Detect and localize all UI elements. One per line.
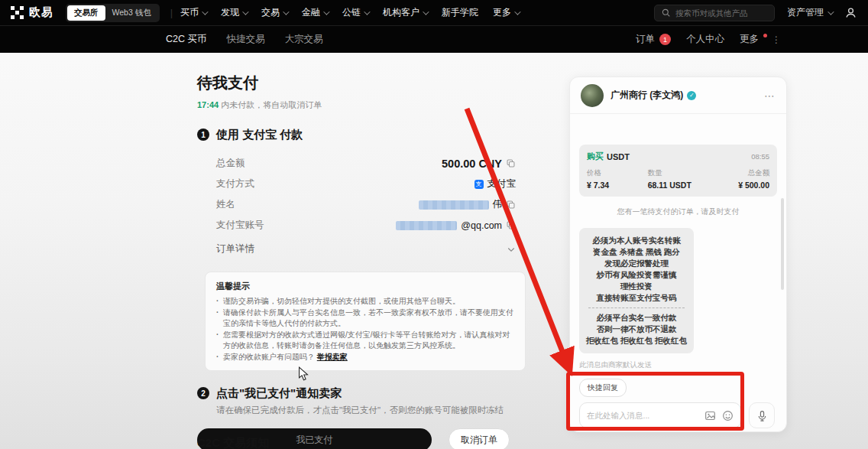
toggle-exchange[interactable]: 交易所 — [67, 5, 105, 21]
message-line: 直接转账至支付宝号码 — [584, 292, 689, 304]
chat-scrollbar[interactable] — [781, 198, 784, 290]
redacted-account — [396, 221, 457, 230]
vertical-dots-icon: ⋮ — [772, 34, 781, 45]
menu-chain[interactable]: 公链 — [342, 6, 368, 19]
search-box[interactable] — [654, 5, 775, 21]
chevron-down-icon — [423, 8, 429, 15]
toggle-web3-wallet[interactable]: Web3 钱包 — [105, 5, 158, 21]
redacted-name — [419, 200, 489, 210]
menu-trade[interactable]: 交易 — [261, 6, 287, 19]
voice-message-button[interactable] — [749, 402, 775, 428]
order-price: 价格 ¥ 7.34 — [587, 168, 648, 190]
message-input[interactable] — [587, 411, 698, 420]
step2-number: 2 — [197, 387, 209, 399]
chevron-down-icon — [202, 8, 208, 15]
chat-more-button[interactable]: ⋯ — [764, 89, 776, 102]
menu-discover[interactable]: 发现 — [221, 6, 247, 19]
orders-link[interactable]: 订单 1 — [636, 33, 671, 46]
message-line: 理性投资 — [584, 281, 689, 292]
tip-item-report: 卖家的收款账户有问题吗？ 举报卖家 — [216, 352, 514, 363]
chat-messages: 购买 USDT 08:55 价格 ¥ 7.34 数量 68.11 USDT 总金… — [570, 114, 786, 374]
notification-dot — [763, 34, 767, 37]
message-input-box[interactable] — [579, 402, 741, 428]
image-icon[interactable] — [704, 410, 716, 421]
system-message: 您有一笔待支付的订单，请及时支付 — [579, 207, 777, 217]
payment-method-row: 支付方式 支 支付宝 — [216, 174, 516, 194]
chevron-down-icon — [323, 8, 329, 15]
microphone-icon — [756, 410, 768, 421]
okx-logo-icon — [11, 6, 24, 19]
account-suffix: @qq.com — [461, 220, 502, 231]
subnav-tabs: C2C 买币 快捷交易 大宗交易 — [166, 33, 322, 46]
copy-icon[interactable] — [506, 158, 516, 168]
chat-panel: 广州商行 (李文鸿) ✓ ⋯ 购买 USDT 08:55 价格 ¥ 7.34 — [569, 76, 787, 432]
name-suffix: 伟 — [493, 198, 503, 211]
merchant-avatar — [581, 84, 604, 107]
chat-footer: 快捷回复 — [570, 374, 786, 428]
message-line: 发现必定报警处理 — [584, 258, 689, 269]
okx-c2c-payment-page: 欧易 交易所 Web3 钱包 | 买币 发现 交易 金融 公链 机构客户 新手学… — [0, 0, 868, 449]
step1-title: 使用 支付宝 付款 — [216, 128, 303, 142]
step2-subtitle: 请在确保已完成付款后，才点击"我已支付"，否则您的账号可能被限时冻结 — [216, 405, 527, 416]
tip-item: 谨防交易诈骗，切勿轻信对方提供的支付截图，或使用其他平台聊天。 — [216, 296, 514, 307]
main-menu: 买币 发现 交易 金融 公链 机构客户 新手学院 更多 — [180, 6, 519, 19]
message-line: 拒收红包 拒收红包 拒收红包 — [584, 335, 689, 347]
profile-center-link[interactable]: 个人中心 — [686, 33, 724, 46]
subnav-right: 订单 1 个人中心 更多 ⋮ — [636, 33, 781, 46]
tab-block-trade[interactable]: 大宗交易 — [284, 33, 322, 46]
okx-logo[interactable]: 欧易 — [11, 5, 53, 20]
verified-badge-icon: ✓ — [687, 91, 696, 100]
tips-title: 温馨提示 — [216, 281, 514, 292]
step2-title: 点击"我已支付"通知卖家 — [216, 386, 342, 401]
tab-express-trade[interactable]: 快捷交易 — [226, 33, 264, 46]
c2c-sub-nav: C2C 买币 快捷交易 大宗交易 订单 1 个人中心 更多 ⋮ — [0, 25, 868, 53]
tab-c2c-buy[interactable]: C2C 买币 — [166, 33, 206, 46]
order-time: 08:55 — [751, 152, 769, 161]
search-input[interactable] — [675, 8, 767, 18]
merchant-message-bubble: 必须为本人账号实名转账 资金盘 杀猪盘 黑钱 跑分 发现必定报警处理 炒币有风险… — [579, 228, 694, 353]
order-details-toggle[interactable]: 订单详情 — [216, 239, 516, 259]
emoji-icon[interactable] — [722, 410, 734, 421]
warm-tips-box: 温馨提示 谨防交易诈骗，切勿轻信对方提供的支付截图，或使用其他平台聊天。 请确保… — [205, 272, 526, 371]
alipay-account-row: 支付宝账号 @qq.com — [216, 215, 516, 236]
payment-method-value: 支付宝 — [487, 177, 517, 190]
menu-more[interactable]: 更多 — [493, 6, 519, 19]
nav-divider: | — [170, 7, 173, 18]
copy-icon[interactable] — [506, 220, 516, 230]
user-profile-icon[interactable] — [844, 6, 857, 19]
total-amount-row: 总金额 500.00 CNY — [216, 153, 516, 174]
chevron-down-icon — [514, 8, 520, 15]
menu-institutions[interactable]: 机构客户 — [383, 6, 427, 19]
search-icon — [662, 8, 670, 17]
copy-icon[interactable] — [506, 200, 516, 210]
quick-reply-chip[interactable]: 快捷回复 — [579, 379, 627, 397]
orders-badge: 1 — [659, 34, 671, 45]
product-toggle: 交易所 Web3 钱包 — [66, 4, 160, 22]
message-line: 否则一律不放币不退款 — [584, 324, 689, 335]
top-nav-bar: 欧易 交易所 Web3 钱包 | 买币 发现 交易 金融 公链 机构客户 新手学… — [0, 0, 868, 25]
order-summary-card: 购买 USDT 08:55 价格 ¥ 7.34 数量 68.11 USDT 总金… — [579, 145, 777, 197]
order-quantity: 数量 68.11 USDT — [648, 168, 709, 190]
message-line: 必须为本人账号实名转账 — [584, 235, 689, 246]
top-nav-right: 资产管理 — [654, 5, 857, 21]
merchant-name: 广州商行 (李文鸿) ✓ — [611, 89, 696, 102]
brand-name: 欧易 — [29, 5, 53, 20]
countdown-timer: 17:44 — [197, 100, 219, 109]
asset-management-menu[interactable]: 资产管理 — [787, 6, 832, 19]
auto-message-note: 此消息由商家默认发送 — [579, 360, 777, 370]
payment-content: 待我支付 17:44 内未付款，将自动取消订单 1 使用 支付宝 付款 总金额 … — [197, 73, 527, 449]
report-seller-link[interactable]: 举报卖家 — [317, 353, 348, 361]
order-asset: USDT — [607, 152, 630, 161]
total-amount-value: 500.00 CNY — [442, 158, 502, 170]
countdown-text: 17:44 内未付款，将自动取消订单 — [197, 99, 527, 111]
message-line: 资金盘 杀猪盘 黑钱 跑分 — [584, 246, 689, 258]
step2-header: 2 点击"我已支付"通知卖家 — [197, 386, 527, 401]
more-link[interactable]: 更多 ⋮ — [740, 33, 781, 46]
menu-academy[interactable]: 新手学院 — [442, 6, 478, 19]
order-total: 总金额 ¥ 500.00 — [708, 168, 769, 190]
menu-buy-crypto[interactable]: 买币 — [180, 6, 206, 19]
step1-number: 1 — [197, 129, 209, 141]
menu-finance[interactable]: 金融 — [302, 6, 328, 19]
cancel-order-button[interactable]: 取消订单 — [449, 428, 510, 449]
order-side: 购买 — [587, 151, 604, 162]
